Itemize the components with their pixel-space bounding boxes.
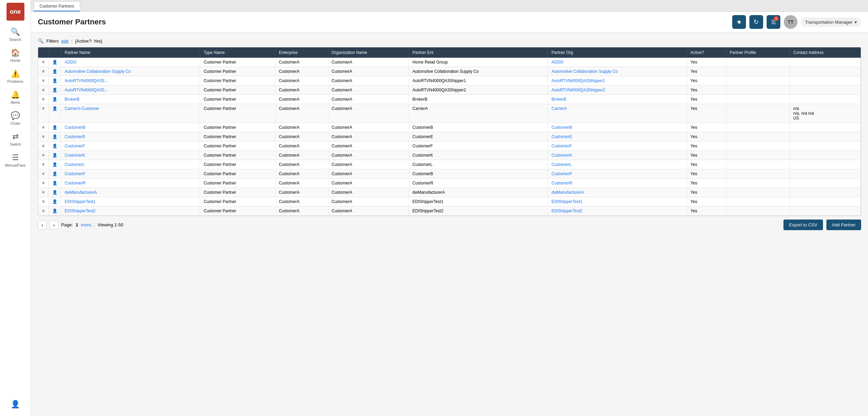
menu-button[interactable]: ☰ 1 xyxy=(767,15,780,29)
contact-address-cell xyxy=(790,169,860,179)
active-filter-value: [Active?: Yes] xyxy=(75,38,102,44)
contact-address-cell xyxy=(790,151,860,160)
more-pages-link[interactable]: more... xyxy=(81,222,95,227)
enterprise-cell: CustomerA xyxy=(275,76,328,86)
partner-name-link[interactable]: CustomerE xyxy=(65,134,85,139)
delete-icon[interactable]: ✕ xyxy=(42,209,45,213)
table-body: ✕👤ADDOCustomer PartnerCustomerACustomerA… xyxy=(38,58,861,216)
partner-org-link[interactable]: CustomerK xyxy=(551,153,572,158)
enterprise-cell: CustomerA xyxy=(275,95,328,104)
delete-icon[interactable]: ✕ xyxy=(42,181,45,185)
filter-edit-link[interactable]: edit xyxy=(61,38,68,44)
partner-name-link[interactable]: EDIShipperTest1 xyxy=(65,199,96,204)
partner-org-cell: EDIShipperTest1 xyxy=(548,197,687,206)
delete-icon[interactable]: ✕ xyxy=(42,153,45,158)
partner-org-link[interactable]: ADDO xyxy=(551,60,563,65)
user-icon: 👤 xyxy=(52,162,57,167)
partner-org-link[interactable]: EDIShipperTest2 xyxy=(551,209,582,213)
partner-name-link[interactable]: AutoRTVN4000QA3S... xyxy=(65,78,108,83)
partner-profile-cell xyxy=(726,206,790,216)
delete-icon[interactable]: ✕ xyxy=(42,125,45,130)
delete-icon[interactable]: ✕ xyxy=(42,134,45,139)
partner-org-link[interactable]: CarrierA xyxy=(551,106,567,111)
user-dropdown[interactable]: Transportation Manager ▾ xyxy=(801,18,861,27)
partner-name-cell: Automotive Collaboration Supply Co xyxy=(61,67,200,76)
partner-name-link[interactable]: CustomerB xyxy=(65,125,85,130)
partner-org-link[interactable]: CustomerP xyxy=(551,171,572,176)
row-delete-cell: ✕ xyxy=(38,132,49,142)
row-icon-cell: 👤 xyxy=(49,123,61,132)
partner-name-link[interactable]: CarrierA-Customer xyxy=(65,106,99,111)
partner-ent-cell: EDIShipperTest2 xyxy=(409,206,548,216)
partner-org-link[interactable]: AutoRTVN4000QA3Shipper2 xyxy=(551,88,605,92)
refresh-button[interactable]: ↻ xyxy=(749,15,763,29)
partner-org-cell: CustomerB xyxy=(548,123,687,132)
delete-icon[interactable]: ✕ xyxy=(42,171,45,176)
add-partner-button[interactable]: Add Partner xyxy=(826,220,861,230)
partner-org-link[interactable]: Automotive Collaboration Supply Co xyxy=(551,69,618,74)
table-row: ✕👤EDIShipperTest1Customer PartnerCustome… xyxy=(38,197,861,206)
partner-profile-cell xyxy=(726,95,790,104)
sidebar-item-alerts[interactable]: 🔔 Alerts xyxy=(0,87,31,108)
filter-colon: : xyxy=(71,38,73,44)
partner-name-link[interactable]: BrokerB xyxy=(65,97,79,102)
dropdown-arrow-icon: ▾ xyxy=(855,20,857,25)
sidebar-bottom-user[interactable]: 👤 xyxy=(0,396,31,413)
prev-page-button[interactable]: ‹ xyxy=(38,221,47,229)
type-name-cell: Customer Partner xyxy=(200,206,275,216)
delete-icon[interactable]: ✕ xyxy=(42,106,45,111)
sidebar-item-search[interactable]: 🔍 Search xyxy=(0,24,31,45)
delete-icon[interactable]: ✕ xyxy=(42,60,45,65)
partner-name-link[interactable]: ADDO xyxy=(65,60,77,65)
sidebar-item-switch[interactable]: ⇄ Switch xyxy=(0,129,31,150)
partner-org-link[interactable]: dwManufacturerA xyxy=(551,190,584,195)
user-avatar: TT xyxy=(784,15,798,29)
delete-icon[interactable]: ✕ xyxy=(42,78,45,83)
app-logo[interactable]: one xyxy=(7,3,24,21)
partner-name-link[interactable]: CustomerF xyxy=(65,144,85,148)
next-page-button[interactable]: › xyxy=(50,221,58,229)
partner-org-link[interactable]: CustomerF xyxy=(551,144,572,148)
partner-name-link[interactable]: dwManufacturerA xyxy=(65,190,97,195)
partner-org-cell: dwManufacturerA xyxy=(548,188,687,197)
tab-customer-partners[interactable]: Customer Partners xyxy=(34,1,80,11)
contact-address-cell xyxy=(790,179,860,188)
contact-address-cell: n/a n/a, n/a n/a US xyxy=(790,104,860,123)
sidebar-item-home[interactable]: 🏠 Home xyxy=(0,45,31,66)
partner-org-link[interactable]: EDIShipperTest1 xyxy=(551,199,582,204)
sidebar-item-chats[interactable]: 💬 Chats xyxy=(0,108,31,129)
partner-name-link[interactable]: CustomerR xyxy=(65,181,86,185)
col-icon xyxy=(49,47,61,58)
partner-org-link[interactable]: CustomerE xyxy=(551,134,572,139)
partner-name-link[interactable]: CustomerP xyxy=(65,171,85,176)
sidebar-item-problems[interactable]: ⚠️ Problems xyxy=(0,66,31,87)
partner-ent-cell: CustomerK xyxy=(409,151,548,160)
favorite-button[interactable]: ★ xyxy=(732,15,746,29)
active-cell: Yes xyxy=(687,169,726,179)
partner-org-link[interactable]: CustomerR xyxy=(551,181,572,185)
partner-org-link[interactable]: BrokerB xyxy=(551,97,566,102)
partner-name-link[interactable]: Automotive Collaboration Supply Co xyxy=(65,69,131,74)
partner-org-link[interactable]: AutoRTVN4000QA3Shipper1 xyxy=(551,78,605,83)
org-name-cell: CustomerA xyxy=(328,160,409,169)
contact-address-cell xyxy=(790,86,860,95)
export-csv-button[interactable]: Export to CSV xyxy=(783,220,823,230)
delete-icon[interactable]: ✕ xyxy=(42,199,45,204)
delete-icon[interactable]: ✕ xyxy=(42,162,45,167)
row-delete-cell: ✕ xyxy=(38,151,49,160)
partner-name-link[interactable]: CustomerK xyxy=(65,153,85,158)
delete-icon[interactable]: ✕ xyxy=(42,190,45,195)
partner-org-link[interactable]: CustomerB xyxy=(551,125,572,130)
type-name-cell: Customer Partner xyxy=(200,151,275,160)
partner-name-link[interactable]: CustomerL xyxy=(65,162,85,167)
sidebar-item-label: Home xyxy=(10,58,20,63)
sidebar-item-menus-favs[interactable]: ☰ Menus/Favs xyxy=(0,150,31,171)
delete-icon[interactable]: ✕ xyxy=(42,88,45,92)
delete-icon[interactable]: ✕ xyxy=(42,97,45,102)
delete-icon[interactable]: ✕ xyxy=(42,69,45,74)
switch-icon: ⇄ xyxy=(12,132,19,141)
partner-name-link[interactable]: AutoRTVN4000QA3S... xyxy=(65,88,108,92)
partner-org-link[interactable]: CustomerL xyxy=(551,162,572,167)
delete-icon[interactable]: ✕ xyxy=(42,144,45,148)
partner-name-link[interactable]: EDIShipperTest2 xyxy=(65,209,96,213)
